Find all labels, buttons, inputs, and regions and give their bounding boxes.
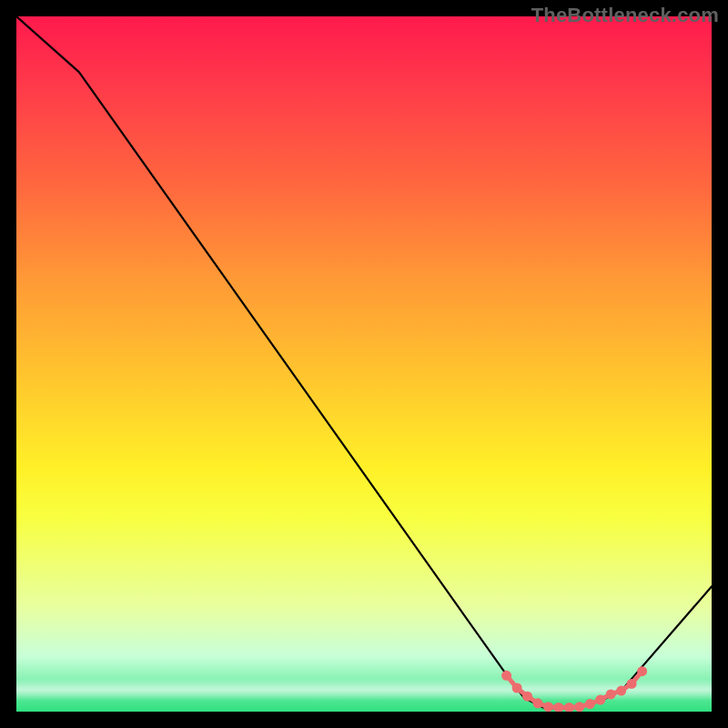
marker-dot <box>595 695 605 705</box>
plot-area <box>16 16 712 712</box>
marker-dot <box>627 679 637 689</box>
marker-dot <box>637 666 647 676</box>
marker-dot <box>522 692 532 702</box>
marker-dot <box>574 702 584 712</box>
marker-dot <box>512 683 522 693</box>
curve-svg <box>16 16 712 712</box>
marker-dot <box>606 689 616 699</box>
marker-dot <box>501 671 511 681</box>
marker-dots <box>501 666 647 712</box>
marker-dot <box>543 702 553 712</box>
bottleneck-curve-line <box>16 16 712 708</box>
marker-dot <box>564 703 574 712</box>
chart-frame: TheBottleneck.com <box>0 0 728 728</box>
watermark-label: TheBottleneck.com <box>531 4 719 27</box>
marker-dot <box>585 699 595 709</box>
marker-dot <box>616 686 626 696</box>
marker-dot <box>553 703 563 712</box>
marker-dot <box>533 698 543 708</box>
